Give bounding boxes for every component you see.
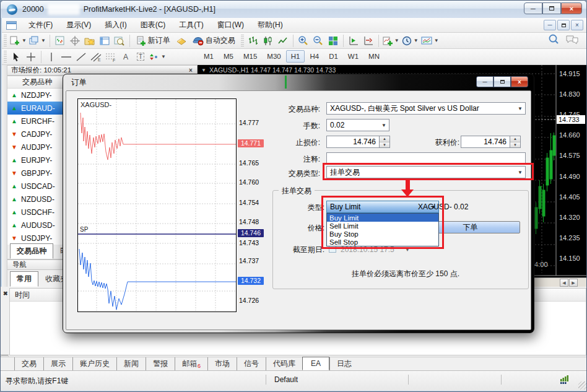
terminal-tab[interactable]: 日志	[329, 357, 359, 370]
timeframe-button[interactable]: M30	[262, 50, 285, 63]
maximize-button[interactable]	[542, 2, 561, 14]
cursor-tool-button[interactable]	[9, 50, 24, 64]
vertical-line-tool-button[interactable]	[44, 50, 59, 64]
timeframe-button[interactable]: D1	[324, 50, 343, 63]
chart-minimize-button[interactable]: ─	[544, 20, 556, 30]
indicators-button[interactable]: ▼	[381, 34, 401, 48]
metaeditor-button[interactable]	[174, 34, 189, 48]
chart-restore-button[interactable]	[557, 20, 570, 30]
timeframe-button[interactable]: M15	[238, 50, 262, 63]
market-watch-close-icon[interactable]: ×	[186, 66, 195, 74]
menu-item[interactable]: 显示(V)	[59, 18, 98, 32]
close-button[interactable]: ×	[561, 2, 582, 14]
toolbar-grip[interactable]	[4, 35, 7, 47]
glass-reflection	[285, 76, 287, 89]
chart-close-button[interactable]: ×	[571, 20, 583, 30]
line-chart-type-button[interactable]	[276, 34, 290, 48]
market-watch-toggle-button[interactable]	[53, 34, 67, 48]
equidistant-channel-tool-button[interactable]: E	[89, 50, 103, 64]
tile-windows-button[interactable]	[326, 34, 341, 48]
timeframe-button[interactable]: M1	[199, 50, 219, 63]
symbol-combobox[interactable]: XAGUSD-, 白银美元 Spot Silver vs US Dollar▼	[326, 102, 526, 115]
symbol-name: USDCAD-	[21, 182, 55, 191]
stop-loss-input[interactable]: 14.746	[326, 136, 380, 148]
profile-name[interactable]: Default	[274, 375, 298, 384]
price-axis-label: 14.405	[559, 193, 586, 201]
navigator-toggle-button[interactable]	[82, 34, 97, 48]
chart-dropdown-icon[interactable]: ▼	[201, 68, 206, 73]
menu-item[interactable]: 图表(C)	[134, 18, 173, 32]
tick-chart: XAGUSD- SP	[77, 98, 237, 312]
menu-item[interactable]: 窗口(W)	[211, 18, 251, 32]
mt4-main-window: 20000 ProfitMarketHK-Live2 - [XAGUSD-,H1…	[0, 0, 587, 392]
trendline-tool-button[interactable]	[74, 50, 89, 64]
terminal-close-icon[interactable]: ✖	[3, 290, 8, 297]
menu-item[interactable]: 帮助(H)	[251, 18, 290, 32]
profiles-button[interactable]: ▼	[28, 34, 47, 48]
terminal-tab[interactable]: 警报	[146, 357, 175, 370]
terminal-tab[interactable]: 交易	[14, 357, 43, 370]
menu-item[interactable]: 文件(F)	[22, 18, 59, 32]
app-logo-icon	[7, 4, 17, 15]
scroll-right-icon[interactable]: ▶	[569, 279, 578, 287]
terminal-tab[interactable]: 展示	[43, 357, 72, 370]
terminal-tab[interactable]: 市场	[207, 357, 237, 370]
zoom-out-button[interactable]	[311, 34, 326, 48]
search-icon[interactable]	[548, 34, 559, 45]
toolbar-grip[interactable]	[241, 35, 244, 47]
navigator-tab[interactable]: 常用	[10, 271, 38, 287]
symbol-name: AUDUSD-	[21, 221, 55, 230]
arrows-tool-button[interactable]: ▼	[148, 50, 167, 64]
take-profit-input[interactable]: 14.746	[461, 136, 510, 148]
resize-grip[interactable]	[578, 381, 586, 390]
candlestick-type-button[interactable]	[261, 34, 276, 48]
terminal-tab[interactable]: EA	[302, 357, 329, 370]
autotrading-label: 自动交易	[206, 35, 235, 46]
horizontal-line-tool-button[interactable]	[59, 50, 74, 64]
volume-combobox[interactable]: 0.02▼	[326, 119, 389, 131]
templates-button[interactable]: ▼	[420, 34, 440, 48]
crosshair-tool-button[interactable]	[24, 50, 38, 64]
periods-button[interactable]: ▼	[401, 34, 420, 48]
chart-horizontal-scrollbar[interactable]: ◀ ▶	[534, 277, 586, 287]
chat-icon[interactable]	[565, 35, 579, 45]
timeframe-button[interactable]: M5	[219, 50, 238, 63]
text-tool-button[interactable]: A	[118, 50, 133, 64]
terminal-tab[interactable]: 信号	[237, 357, 266, 370]
tester-magnifier-icon	[114, 36, 124, 46]
auto-scroll-button[interactable]	[346, 34, 361, 48]
crosshair-window-button[interactable]	[67, 34, 82, 48]
take-profit-spinner[interactable]: ▲▼	[510, 136, 521, 148]
timeframe-button[interactable]: MN	[363, 50, 385, 63]
minimize-button[interactable]: ─	[524, 2, 542, 14]
terminal-tab[interactable]: 新闻	[116, 357, 146, 370]
chart-window-icon	[6, 21, 17, 30]
dialog-minimize-button[interactable]: ─	[476, 76, 494, 87]
terminal-tab[interactable]: 账户历史	[72, 357, 116, 370]
fibonacci-tool-button[interactable]: F	[103, 50, 118, 64]
dialog-close-button[interactable]: ×	[511, 76, 528, 87]
dialog-restore-button[interactable]	[494, 76, 511, 87]
terminal-tab[interactable]: 邮箱6	[175, 357, 207, 370]
bar-chart-type-button[interactable]	[246, 34, 261, 48]
autotrading-button[interactable]: 自动交易	[189, 34, 239, 48]
strategy-tester-button[interactable]	[112, 34, 127, 48]
text-label-tool-button[interactable]: T	[133, 50, 148, 64]
terminal-tab[interactable]: 代码库	[266, 357, 302, 370]
zoom-in-button[interactable]	[296, 34, 311, 48]
toolbar-grip[interactable]	[4, 51, 7, 63]
menu-item[interactable]: 工具(T)	[172, 18, 210, 32]
scroll-left-icon[interactable]: ◀	[560, 279, 568, 287]
market-watch-tab[interactable]: 交易品种	[10, 243, 53, 259]
new-order-button[interactable]: 新订单	[133, 34, 174, 48]
timeframe-button[interactable]: H4	[305, 50, 324, 63]
terminal-toggle-button[interactable]	[97, 34, 112, 48]
chart-shift-button[interactable]	[361, 34, 376, 48]
menu-item[interactable]: 插入(I)	[98, 18, 133, 32]
timeframe-button[interactable]: W1	[343, 50, 363, 63]
symbol-name: AUDJPY-	[21, 143, 52, 152]
redacted-account-name	[48, 4, 80, 15]
svg-text:E: E	[98, 58, 101, 62]
new-chart-button[interactable]: ▼	[9, 34, 28, 48]
timeframe-button[interactable]: H1	[286, 50, 305, 63]
